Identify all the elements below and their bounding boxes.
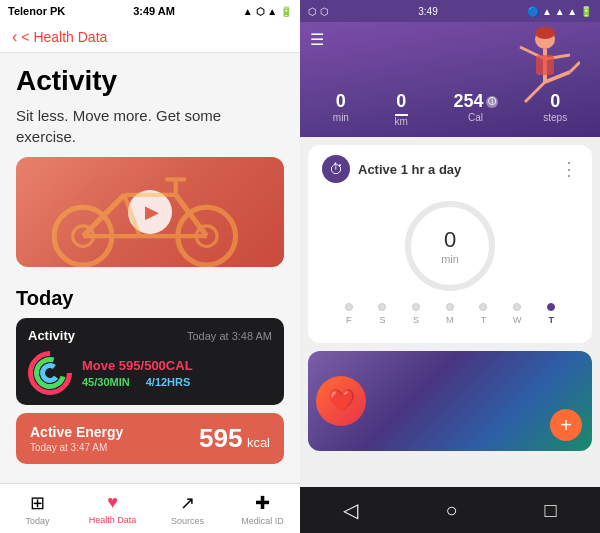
svg-rect-20 [536,55,554,75]
status-bar-right: ⬡ ⬡ 3:49 🔵 ▲ ▲ ▲ 🔋 [300,0,600,22]
day-label-m: M [446,315,454,325]
back-nav[interactable]: ‹ < Health Data [0,22,300,53]
medical-id-icon: ✚ [255,492,270,514]
day-item-t2: T [547,303,555,325]
nav-item-today[interactable]: ⊞ Today [0,484,75,533]
health-data-icon: ♥ [107,492,118,513]
stat-steps: 0 steps [543,91,567,127]
left-panel: Telenor PK 3:49 AM ▲ ⬡ ▲ 🔋 ‹ < Health Da… [0,0,300,533]
stat-km: 0 km [395,91,408,127]
recent-button-android[interactable]: □ [544,499,556,522]
stat-cal: 254ⓘ Cal [454,91,498,127]
active-card[interactable]: ⏱ Active 1 hr a day ⋮ 0 min F S S [308,145,592,343]
day-dot-w [513,303,521,311]
stat-label-km: km [395,116,408,127]
svg-line-19 [570,62,580,72]
day-label-w: W [513,315,522,325]
android-nav-bar: ◁ ○ □ [300,487,600,533]
day-dot-s1 [378,303,386,311]
hero-section: ☰ [300,22,600,137]
stat-value-cal: 254ⓘ [454,91,498,112]
day-label-s2: S [413,315,419,325]
day-item-m: M [446,303,454,325]
energy-left: Active Energy Today at 3:47 AM [30,424,123,453]
today-icon: ⊞ [30,492,45,514]
back-button-android[interactable]: ◁ [343,498,358,522]
sources-icon: ↗ [180,492,195,514]
day-label-t1: T [481,315,487,325]
day-dots: F S S M T W T [322,299,578,333]
card-time: Today at 3:48 AM [187,330,272,342]
add-fab-button[interactable]: + [550,409,582,441]
nav-item-sources[interactable]: ↗ Sources [150,484,225,533]
energy-unit: kcal [247,435,270,450]
day-item-f: F [345,303,353,325]
home-button-android[interactable]: ○ [445,499,457,522]
status-icons-left: ▲ ⬡ ▲ 🔋 [243,6,292,17]
timer-icon: ⏱ [322,155,350,183]
stat-value-km: 0 [395,91,408,116]
day-item-s2: S [412,303,420,325]
status-right-icons: 🔵 ▲ ▲ ▲ 🔋 [527,6,592,17]
stand-value: 4/12HRS [146,376,191,388]
active-left: ⏱ Active 1 hr a day [322,155,461,183]
nav-item-medical-id[interactable]: ✚ Medical ID [225,484,300,533]
progress-circle: 0 min [405,201,495,291]
exercise-stand: 45/30MIN 4/12HRS [82,376,272,388]
day-item-t1: T [479,303,487,325]
activity-subtitle: Sit less. Move more. Get some exercise. [0,101,300,157]
exercise-value: 45/30MIN [82,376,130,388]
day-label-f: F [346,315,352,325]
energy-time: Today at 3:47 AM [30,442,123,453]
circle-value: 0 [444,227,456,253]
status-left-icons: ⬡ ⬡ [308,6,329,17]
day-label-s1: S [379,315,385,325]
promo-card[interactable]: ❤️ + [308,351,592,451]
card-title: Activity [28,328,75,343]
status-bar-left: Telenor PK 3:49 AM ▲ ⬡ ▲ 🔋 [0,0,300,22]
stat-min: 0 min [333,91,349,127]
back-chevron-icon: ‹ [12,28,17,46]
energy-title: Active Energy [30,424,123,440]
today-label: Today [16,287,284,310]
stat-label-min: min [333,112,349,123]
nav-label-sources: Sources [171,516,204,526]
bike-video-card[interactable]: ▶ [16,157,284,267]
svg-line-7 [124,195,139,236]
energy-value: 595 [199,423,242,453]
nav-label-medical-id: Medical ID [241,516,284,526]
energy-card[interactable]: Active Energy Today at 3:47 AM 595 kcal [16,413,284,464]
active-header: ⏱ Active 1 hr a day ⋮ [322,155,578,183]
move-value: 595/500CAL [119,358,193,373]
today-section: Today Activity Today at 3:48 AM Move [0,279,300,472]
back-text[interactable]: < Health Data [21,29,107,45]
bottom-nav-left: ⊞ Today ♥ Health Data ↗ Sources ✚ Medica… [0,483,300,533]
day-dot-t2 [547,303,555,311]
hero-stats: 0 min 0 km 254ⓘ Cal 0 steps [300,91,600,127]
nav-label-health-data: Health Data [89,515,137,525]
circle-container: 0 min [322,191,578,299]
stats-text: Move 595/500CAL 45/30MIN 4/12HRS [82,358,272,388]
more-options-icon[interactable]: ⋮ [560,160,578,178]
nav-label-today: Today [25,516,49,526]
day-item-s1: S [378,303,386,325]
time-label-left: 3:49 AM [133,5,175,17]
day-dot-s2 [412,303,420,311]
day-dot-m [446,303,454,311]
hamburger-icon[interactable]: ☰ [310,30,324,49]
stat-label-steps: steps [543,112,567,123]
card-header: Activity Today at 3:48 AM [28,328,272,343]
activity-card[interactable]: Activity Today at 3:48 AM Move 595/500CA… [16,318,284,405]
nav-item-health-data[interactable]: ♥ Health Data [75,484,150,533]
day-item-w: W [513,303,522,325]
carrier-label: Telenor PK [8,5,65,17]
active-title: Active 1 hr a day [358,162,461,177]
energy-value-container: 595 kcal [199,423,270,454]
stat-value-steps: 0 [543,91,567,112]
day-dot-f [345,303,353,311]
card-body: Move 595/500CAL 45/30MIN 4/12HRS [28,351,272,395]
time-label-right: 3:49 [418,6,437,17]
move-label: Move [82,358,115,373]
info-icon: ⓘ [486,96,498,108]
activity-rings [28,351,72,395]
